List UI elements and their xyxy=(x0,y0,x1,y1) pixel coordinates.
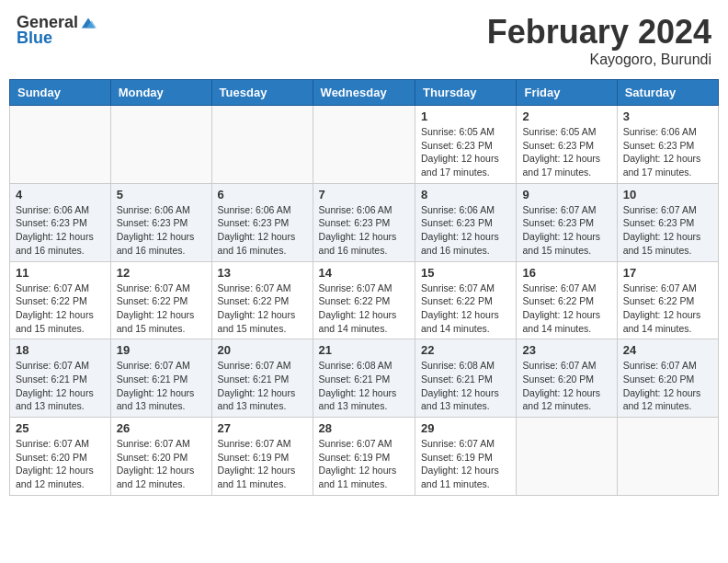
day-number: 13 xyxy=(218,266,307,280)
calendar-cell xyxy=(211,106,313,184)
day-number: 21 xyxy=(319,343,409,357)
calendar-cell: 2Sunrise: 6:05 AMSunset: 6:23 PMDaylight… xyxy=(517,106,617,184)
day-number: 26 xyxy=(117,421,206,435)
day-info: Sunrise: 6:07 AMSunset: 6:19 PMDaylight:… xyxy=(319,437,409,491)
logo-icon xyxy=(80,15,97,31)
day-number: 27 xyxy=(218,421,307,435)
calendar-cell: 1Sunrise: 6:05 AMSunset: 6:23 PMDaylight… xyxy=(415,106,517,184)
calendar-week-row: 25Sunrise: 6:07 AMSunset: 6:20 PMDayligh… xyxy=(10,418,719,496)
calendar-cell: 6Sunrise: 6:06 AMSunset: 6:23 PMDaylight… xyxy=(211,183,313,261)
day-number: 10 xyxy=(623,188,712,201)
calendar-cell: 22Sunrise: 6:08 AMSunset: 6:21 PMDayligh… xyxy=(415,339,517,418)
title-area: February 2024 Kayogoro, Burundi xyxy=(487,13,711,68)
header: General Blue February 2024 Kayogoro, Bur… xyxy=(9,9,719,72)
day-number: 11 xyxy=(16,266,105,280)
col-header-thursday: Thursday xyxy=(415,80,517,106)
calendar-cell xyxy=(617,418,718,496)
day-number: 16 xyxy=(522,266,610,280)
calendar-cell: 5Sunrise: 6:06 AMSunset: 6:23 PMDaylight… xyxy=(110,183,211,261)
col-header-tuesday: Tuesday xyxy=(211,80,313,106)
day-info: Sunrise: 6:07 AMSunset: 6:20 PMDaylight:… xyxy=(117,437,206,491)
day-info: Sunrise: 6:07 AMSunset: 6:20 PMDaylight:… xyxy=(522,359,610,413)
day-info: Sunrise: 6:08 AMSunset: 6:21 PMDaylight:… xyxy=(319,359,409,413)
col-header-sunday: Sunday xyxy=(10,80,111,106)
calendar-cell: 9Sunrise: 6:07 AMSunset: 6:23 PMDaylight… xyxy=(517,183,617,261)
calendar-cell: 24Sunrise: 6:07 AMSunset: 6:20 PMDayligh… xyxy=(617,339,718,418)
day-number: 29 xyxy=(421,421,510,435)
day-info: Sunrise: 6:07 AMSunset: 6:21 PMDaylight:… xyxy=(117,359,206,413)
day-info: Sunrise: 6:07 AMSunset: 6:19 PMDaylight:… xyxy=(421,437,510,491)
calendar-cell xyxy=(110,106,211,184)
day-number: 3 xyxy=(623,109,712,123)
day-info: Sunrise: 6:06 AMSunset: 6:23 PMDaylight:… xyxy=(218,203,307,258)
day-number: 9 xyxy=(522,188,610,201)
day-number: 14 xyxy=(319,266,409,280)
day-number: 15 xyxy=(421,266,510,280)
calendar-table: SundayMondayTuesdayWednesdayThursdayFrid… xyxy=(9,79,719,496)
day-info: Sunrise: 6:07 AMSunset: 6:23 PMDaylight:… xyxy=(623,203,712,258)
calendar-cell: 25Sunrise: 6:07 AMSunset: 6:20 PMDayligh… xyxy=(10,418,111,496)
calendar-cell: 11Sunrise: 6:07 AMSunset: 6:22 PMDayligh… xyxy=(10,261,111,339)
day-number: 18 xyxy=(16,343,105,357)
calendar-week-row: 11Sunrise: 6:07 AMSunset: 6:22 PMDayligh… xyxy=(10,261,719,339)
day-info: Sunrise: 6:07 AMSunset: 6:19 PMDaylight:… xyxy=(218,437,307,491)
calendar-header-row: SundayMondayTuesdayWednesdayThursdayFrid… xyxy=(10,80,719,106)
col-header-friday: Friday xyxy=(517,80,617,106)
calendar-cell: 18Sunrise: 6:07 AMSunset: 6:21 PMDayligh… xyxy=(10,339,111,418)
day-info: Sunrise: 6:06 AMSunset: 6:23 PMDaylight:… xyxy=(623,125,712,179)
day-number: 24 xyxy=(623,343,712,357)
day-info: Sunrise: 6:07 AMSunset: 6:21 PMDaylight:… xyxy=(16,359,105,413)
calendar-cell: 10Sunrise: 6:07 AMSunset: 6:23 PMDayligh… xyxy=(617,183,718,261)
day-info: Sunrise: 6:07 AMSunset: 6:22 PMDaylight:… xyxy=(117,282,206,336)
calendar-cell: 17Sunrise: 6:07 AMSunset: 6:22 PMDayligh… xyxy=(617,261,718,339)
logo: General Blue xyxy=(17,13,97,48)
day-number: 17 xyxy=(623,266,712,280)
day-number: 2 xyxy=(522,109,610,123)
day-info: Sunrise: 6:07 AMSunset: 6:22 PMDaylight:… xyxy=(218,282,307,336)
calendar-cell xyxy=(313,106,415,184)
day-info: Sunrise: 6:06 AMSunset: 6:23 PMDaylight:… xyxy=(421,203,510,258)
calendar-cell: 3Sunrise: 6:06 AMSunset: 6:23 PMDaylight… xyxy=(617,106,718,184)
day-info: Sunrise: 6:07 AMSunset: 6:22 PMDaylight:… xyxy=(623,282,712,336)
day-number: 22 xyxy=(421,343,510,357)
day-number: 7 xyxy=(319,188,409,201)
day-number: 25 xyxy=(16,421,105,435)
calendar-cell xyxy=(517,418,617,496)
calendar-cell: 21Sunrise: 6:08 AMSunset: 6:21 PMDayligh… xyxy=(313,339,415,418)
day-number: 20 xyxy=(218,343,307,357)
calendar-cell xyxy=(10,106,111,184)
calendar-week-row: 4Sunrise: 6:06 AMSunset: 6:23 PMDaylight… xyxy=(10,183,719,261)
calendar-cell: 23Sunrise: 6:07 AMSunset: 6:20 PMDayligh… xyxy=(517,339,617,418)
calendar-cell: 12Sunrise: 6:07 AMSunset: 6:22 PMDayligh… xyxy=(110,261,211,339)
logo-blue: Blue xyxy=(17,29,52,48)
day-info: Sunrise: 6:08 AMSunset: 6:21 PMDaylight:… xyxy=(421,359,510,413)
calendar-title: February 2024 xyxy=(487,13,711,52)
day-number: 1 xyxy=(421,109,510,123)
day-info: Sunrise: 6:06 AMSunset: 6:23 PMDaylight:… xyxy=(319,203,409,258)
day-info: Sunrise: 6:05 AMSunset: 6:23 PMDaylight:… xyxy=(421,125,510,179)
day-number: 12 xyxy=(117,266,206,280)
calendar-week-row: 1Sunrise: 6:05 AMSunset: 6:23 PMDaylight… xyxy=(10,106,719,184)
col-header-saturday: Saturday xyxy=(617,80,718,106)
day-info: Sunrise: 6:07 AMSunset: 6:22 PMDaylight:… xyxy=(421,282,510,336)
calendar-cell: 27Sunrise: 6:07 AMSunset: 6:19 PMDayligh… xyxy=(211,418,313,496)
calendar-cell: 7Sunrise: 6:06 AMSunset: 6:23 PMDaylight… xyxy=(313,183,415,261)
calendar-cell: 20Sunrise: 6:07 AMSunset: 6:21 PMDayligh… xyxy=(211,339,313,418)
calendar-cell: 19Sunrise: 6:07 AMSunset: 6:21 PMDayligh… xyxy=(110,339,211,418)
calendar-cell: 14Sunrise: 6:07 AMSunset: 6:22 PMDayligh… xyxy=(313,261,415,339)
calendar-subtitle: Kayogoro, Burundi xyxy=(487,52,711,68)
day-info: Sunrise: 6:07 AMSunset: 6:22 PMDaylight:… xyxy=(319,282,409,336)
day-info: Sunrise: 6:05 AMSunset: 6:23 PMDaylight:… xyxy=(522,125,610,179)
calendar-cell: 4Sunrise: 6:06 AMSunset: 6:23 PMDaylight… xyxy=(10,183,111,261)
calendar-cell: 15Sunrise: 6:07 AMSunset: 6:22 PMDayligh… xyxy=(415,261,517,339)
day-info: Sunrise: 6:07 AMSunset: 6:21 PMDaylight:… xyxy=(218,359,307,413)
calendar-cell: 16Sunrise: 6:07 AMSunset: 6:22 PMDayligh… xyxy=(517,261,617,339)
calendar-week-row: 18Sunrise: 6:07 AMSunset: 6:21 PMDayligh… xyxy=(10,339,719,418)
day-number: 4 xyxy=(16,188,105,201)
col-header-monday: Monday xyxy=(110,80,211,106)
day-info: Sunrise: 6:07 AMSunset: 6:22 PMDaylight:… xyxy=(522,282,610,336)
day-info: Sunrise: 6:07 AMSunset: 6:22 PMDaylight:… xyxy=(16,282,105,336)
calendar-cell: 28Sunrise: 6:07 AMSunset: 6:19 PMDayligh… xyxy=(313,418,415,496)
day-number: 8 xyxy=(421,188,510,201)
day-info: Sunrise: 6:06 AMSunset: 6:23 PMDaylight:… xyxy=(16,203,105,258)
